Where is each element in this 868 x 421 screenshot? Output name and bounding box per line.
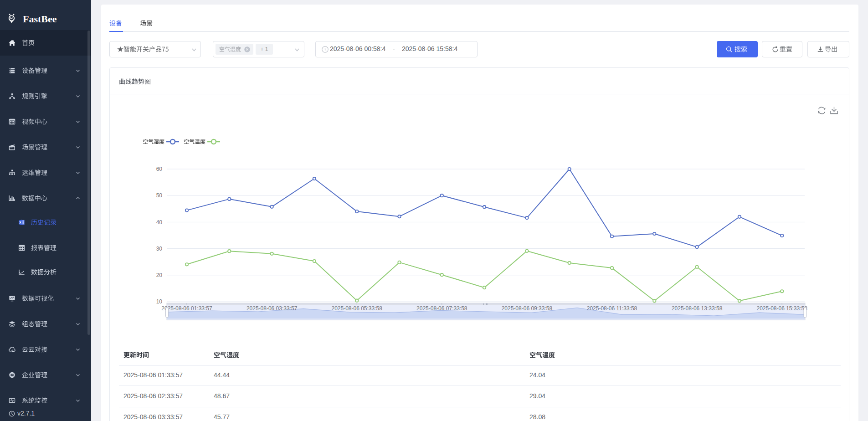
svg-text:2025-08-06 01:33:57: 2025-08-06 01:33:57: [161, 305, 212, 312]
svg-text:10: 10: [156, 298, 163, 305]
svg-text:2025-08-06 11:33:58: 2025-08-06 11:33:58: [587, 305, 637, 312]
svg-text:40: 40: [156, 219, 163, 226]
svg-text:2025-08-06 13:33:58: 2025-08-06 13:33:58: [672, 305, 723, 312]
svg-text:2025-08-06 03:33:57: 2025-08-06 03:33:57: [247, 305, 298, 312]
svg-text:20: 20: [156, 272, 163, 278]
svg-text:2025-08-06 15:33:58: 2025-08-06 15:33:58: [756, 305, 807, 312]
svg-text:60: 60: [156, 166, 163, 172]
svg-text:2025-08-06 09:33:58: 2025-08-06 09:33:58: [502, 305, 553, 312]
svg-text:50: 50: [156, 192, 163, 199]
svg-text:30: 30: [156, 246, 163, 252]
svg-text:2025-08-06 05:33:58: 2025-08-06 05:33:58: [331, 305, 382, 312]
svg-text:2025-08-06 07:33:58: 2025-08-06 07:33:58: [416, 305, 467, 312]
